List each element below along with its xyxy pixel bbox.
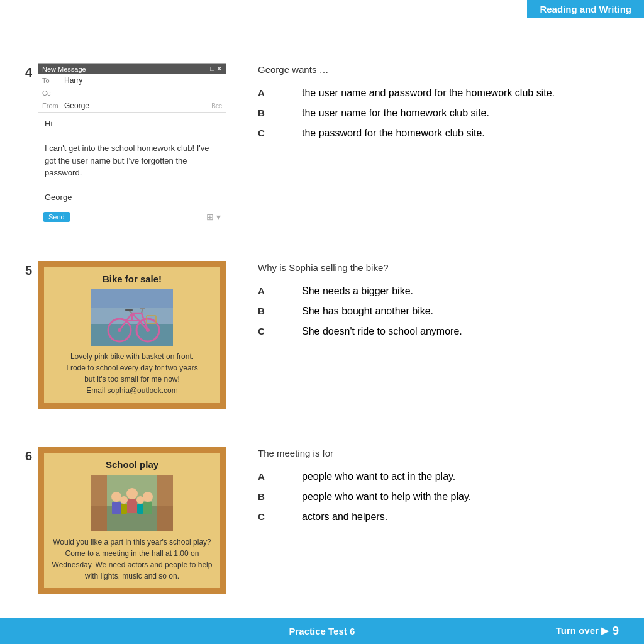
svg-point-26 [143,492,153,502]
q5-option-b: B She has bought another bike. [258,306,644,317]
email-cc-field: Cc [38,87,226,99]
email-to-value: Harry [64,76,82,85]
q4-option-b: B the user name for the homework club si… [258,108,644,119]
svg-rect-25 [127,499,137,513]
q6-right: The meeting is for A people who want to … [239,447,644,531]
q6-option-a: A people who want to act in the play. [258,471,644,482]
svg-rect-2 [91,324,173,346]
q6-option-b: B people who want to help with the play. [258,491,644,502]
svg-point-28 [120,496,128,504]
q6-question-text: The meeting is for [258,447,644,460]
q6-option-b-text: people who want to help with the play. [277,491,471,502]
email-titlebar-text: New Message [42,65,86,73]
q4-option-a: A the user name and password for the hom… [258,87,644,99]
bike-notice-text: Lovely pink bike with basket on front. I… [50,351,214,396]
q5-question-text: Why is Sophia selling the bike? [258,261,644,274]
q6-option-a-content: people who want to act in the play. [302,471,455,482]
email-from-value: George [64,101,89,110]
q5-right: Why is Sophia selling the bike? A She ne… [239,261,644,346]
q4-option-a-text: the user name and password for the homew… [277,87,555,99]
q6-option-a-text: people who want to act in the play. [277,471,455,482]
q5-option-b-text: She has bought another bike. [277,306,433,317]
footer-page-number: 9 [613,625,619,638]
svg-rect-31 [137,504,143,514]
q6-option-b-content: people who want to help with the play. [302,491,471,502]
question-4-row: 4 New Message − □ ✕ To Harry Cc From Geo… [0,63,644,225]
q5-number: 5 [0,261,38,278]
email-window-controls: − □ ✕ [204,65,222,73]
email-body: Hi I can't get into the school homework … [38,113,226,209]
email-bcc-label: Bcc [211,103,222,109]
email-to-label: To [42,77,64,84]
email-to-field: To Harry [38,74,226,87]
svg-point-30 [136,496,144,504]
q4-question-text: George wants … [258,63,644,76]
q4-option-c: C the password for the homework club sit… [258,128,644,139]
send-button[interactable]: Send [43,212,70,222]
email-footer: Send ⊞ ▾ [38,209,226,225]
q5-option-b-letter: B [258,306,277,316]
email-footer-icons: ⊞ ▾ [206,212,221,222]
play-notice-text: Would you like a part in this year's sch… [50,536,214,582]
q6-option-c: C actors and helpers. [258,511,644,523]
q5-option-c: C She doesn't ride to school anymore. [258,326,644,337]
svg-rect-27 [143,502,152,514]
footer-turn-over: Turn over ▶ [556,625,609,636]
q5-option-a: A She needs a bigger bike. [258,286,644,297]
play-notice-title: School play [50,459,214,470]
q4-option-b-text: the user name for the homework club site… [277,108,489,119]
svg-rect-23 [112,502,121,514]
footer-bar: Practice Test 6 Turn over ▶ 9 [0,618,644,644]
email-cc-label: Cc [42,89,64,97]
q5-option-b-content: She has bought another bike. [302,306,433,316]
svg-point-22 [111,492,121,502]
bike-notice-board: Bike for sale! [38,261,226,409]
footer-right: Turn over ▶ 9 [556,625,619,638]
q4-option-a-letter: A [258,87,277,98]
q6-option-c-content: actors and helpers. [302,511,387,522]
q5-option-c-letter: C [258,326,277,336]
svg-rect-21 [157,475,173,531]
svg-point-24 [126,488,138,499]
q5-left: Bike for sale! [38,261,239,409]
header-bar: Reading and Writing [527,0,644,18]
q5-option-a-content: She needs a bigger bike. [302,286,413,296]
svg-rect-29 [121,504,127,514]
email-titlebar: New Message − □ ✕ [38,64,226,74]
q6-left: School play [38,447,239,594]
q6-option-c-letter: C [258,511,277,522]
svg-rect-20 [91,475,107,531]
q6-option-b-letter: B [258,491,277,502]
q5-option-a-letter: A [258,286,277,296]
svg-rect-16 [125,309,133,311]
q4-option-a-content: the user name and password for the homew… [302,87,555,98]
q6-option-a-letter: A [258,471,277,482]
footer-center: Practice Test 6 [88,626,556,636]
play-image [91,475,173,531]
q4-option-c-content: the password for the homework club site. [302,128,485,138]
q6-option-c-text: actors and helpers. [277,511,387,523]
q6-number: 6 [0,447,38,464]
question-5-row: 5 Bike for sale! [0,261,644,409]
q4-option-c-text: the password for the homework club site. [277,128,485,139]
email-from-field: From George Bcc [38,99,226,113]
q4-option-b-content: the user name for the homework club site… [302,108,489,118]
q4-option-b-letter: B [258,108,277,118]
q4-right: George wants … A the user name and passw… [239,63,644,148]
page: Reading and Writing 4 New Message − □ ✕ … [0,0,644,644]
header-label: Reading and Writing [540,4,631,14]
q5-option-c-content: She doesn't ride to school anymore. [302,326,462,336]
email-from-label: From [42,102,64,109]
question-6-row: 6 School play [0,447,644,594]
q4-option-c-letter: C [258,128,277,138]
q4-left: New Message − □ ✕ To Harry Cc From Georg… [38,63,239,225]
bike-notice-title: Bike for sale! [50,274,214,284]
q4-number: 4 [0,63,38,80]
footer-center-text: Practice Test 6 [289,626,355,636]
q5-option-a-text: She needs a bigger bike. [277,286,413,297]
play-notice-board: School play [38,447,226,594]
email-box: New Message − □ ✕ To Harry Cc From Georg… [38,63,226,225]
q5-option-c-text: She doesn't ride to school anymore. [277,326,462,337]
bike-image [91,289,173,346]
